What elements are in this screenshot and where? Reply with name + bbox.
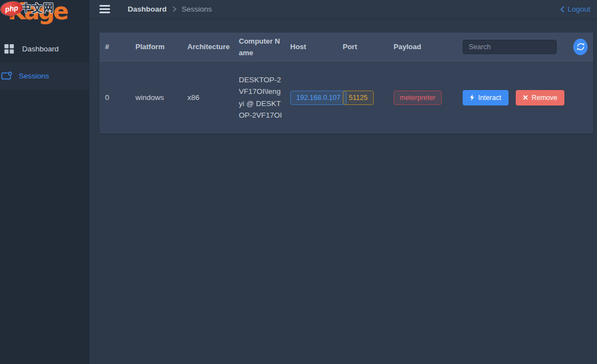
header-architecture: Architecture [187, 41, 239, 52]
payload-badge: meterpreter [394, 91, 442, 105]
hamburger-menu-button[interactable] [98, 3, 111, 15]
interact-button[interactable]: Interact [463, 90, 509, 105]
logout-label: Logout [568, 5, 590, 13]
cell-payload: meterpreter [394, 91, 463, 105]
topbar: Dashboard Sessions Logout [90, 0, 597, 18]
php-logo-pill: php [0, 0, 24, 17]
table-row: 0 windows x86 DESKTOP-2VF17OI\lengyi @ D… [100, 61, 593, 134]
host-badge: 192.168.0.107 [290, 91, 347, 105]
cell-architecture: x86 [187, 93, 239, 102]
port-badge: 51125 [343, 91, 374, 105]
logo-area: Kage php 中文网 [0, 0, 90, 34]
sidebar: Kage php 中文网 Dashboard [0, 0, 90, 364]
breadcrumb-item-sessions: Sessions [182, 5, 212, 13]
table-header-row: # Platform Architecture Computer Name Ho… [100, 33, 593, 61]
table-toolbar [463, 39, 588, 55]
logout-button[interactable]: Logout [560, 5, 590, 13]
main-content: Dashboard Sessions Logout # Platform Arc… [90, 0, 597, 364]
x-icon [523, 95, 528, 100]
bolt-icon [470, 94, 474, 101]
interact-label: Interact [478, 94, 501, 102]
refresh-icon [577, 43, 585, 51]
sidebar-item-label: Sessions [19, 72, 49, 80]
header-index: # [105, 43, 135, 51]
chevron-right-icon [172, 6, 176, 12]
remove-label: Remove [532, 94, 558, 102]
sidebar-menu: Dashboard Sessions [0, 35, 90, 89]
cell-index: 0 [105, 93, 135, 102]
refresh-button[interactable] [573, 39, 588, 55]
remove-button[interactable]: Remove [516, 90, 565, 105]
sessions-table: # Platform Architecture Computer Name Ho… [100, 33, 593, 134]
header-port: Port [343, 43, 394, 51]
breadcrumb-item-dashboard[interactable]: Dashboard [128, 5, 167, 13]
header-platform: Platform [135, 43, 187, 51]
search-input[interactable] [463, 40, 557, 54]
sidebar-item-dashboard[interactable]: Dashboard [0, 35, 90, 62]
php-watermark: php 中文网 [1, 1, 54, 15]
breadcrumb: Dashboard Sessions [128, 5, 212, 13]
header-payload: Payload [394, 43, 463, 51]
dashboard-grid-icon [4, 44, 17, 54]
header-host: Host [290, 43, 343, 51]
header-computer-name: Computer Name [239, 35, 290, 59]
cell-host: 192.168.0.107 [290, 91, 343, 105]
cell-port: 51125 [343, 91, 394, 105]
chevron-left-icon [560, 6, 564, 13]
watermark-site-text: 中文网 [21, 1, 54, 15]
sessions-icon [1, 71, 13, 81]
cell-actions: Interact Remove [463, 90, 588, 105]
sidebar-item-label: Dashboard [22, 45, 59, 53]
sidebar-item-sessions[interactable]: Sessions [0, 62, 90, 89]
cell-platform: windows [135, 93, 187, 102]
cell-computer-name: DESKTOP-2VF17OI\lengyi @ DESKTOP-2VF17OI [239, 74, 290, 122]
